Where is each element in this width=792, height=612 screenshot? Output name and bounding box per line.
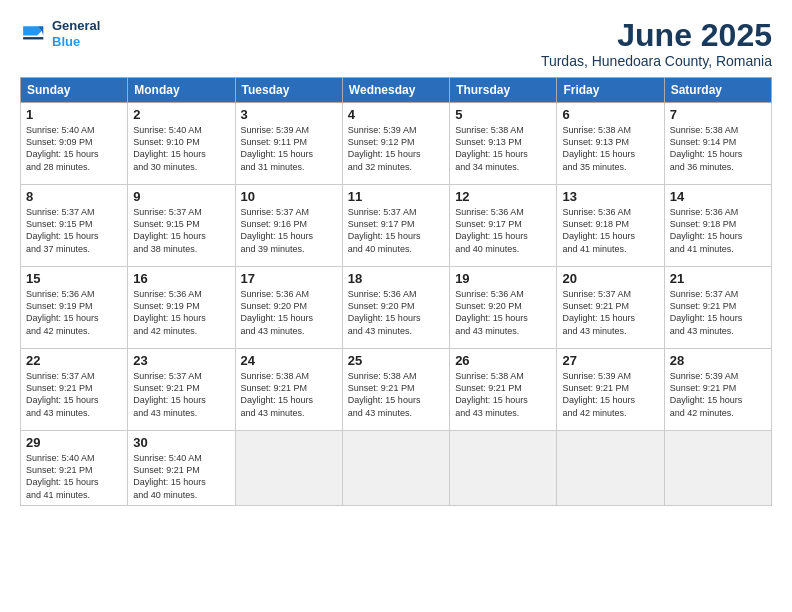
- day-number: 5: [455, 107, 551, 122]
- calendar-cell: 22Sunrise: 5:37 AMSunset: 9:21 PMDayligh…: [21, 349, 128, 431]
- calendar-cell: 6Sunrise: 5:38 AMSunset: 9:13 PMDaylight…: [557, 103, 664, 185]
- logo-text-general: General: [52, 18, 100, 34]
- day-number: 9: [133, 189, 229, 204]
- calendar-table: Sunday Monday Tuesday Wednesday Thursday…: [20, 77, 772, 506]
- day-info: Sunrise: 5:37 AMSunset: 9:21 PMDaylight:…: [26, 370, 122, 419]
- week-row-3: 15Sunrise: 5:36 AMSunset: 9:19 PMDayligh…: [21, 267, 772, 349]
- day-info: Sunrise: 5:36 AMSunset: 9:19 PMDaylight:…: [133, 288, 229, 337]
- calendar-cell: 29Sunrise: 5:40 AMSunset: 9:21 PMDayligh…: [21, 431, 128, 506]
- day-number: 25: [348, 353, 444, 368]
- col-sunday: Sunday: [21, 78, 128, 103]
- col-thursday: Thursday: [450, 78, 557, 103]
- header: General Blue June 2025 Turdas, Hunedoara…: [20, 18, 772, 69]
- day-info: Sunrise: 5:39 AMSunset: 9:11 PMDaylight:…: [241, 124, 337, 173]
- logo-text-blue: Blue: [52, 34, 100, 50]
- calendar-cell: 26Sunrise: 5:38 AMSunset: 9:21 PMDayligh…: [450, 349, 557, 431]
- calendar-cell: [450, 431, 557, 506]
- calendar-cell: 14Sunrise: 5:36 AMSunset: 9:18 PMDayligh…: [664, 185, 771, 267]
- day-info: Sunrise: 5:38 AMSunset: 9:21 PMDaylight:…: [241, 370, 337, 419]
- day-info: Sunrise: 5:38 AMSunset: 9:21 PMDaylight:…: [348, 370, 444, 419]
- calendar-title: June 2025: [541, 18, 772, 53]
- col-wednesday: Wednesday: [342, 78, 449, 103]
- day-number: 4: [348, 107, 444, 122]
- week-row-1: 1Sunrise: 5:40 AMSunset: 9:09 PMDaylight…: [21, 103, 772, 185]
- logo: General Blue: [20, 18, 100, 49]
- day-info: Sunrise: 5:36 AMSunset: 9:18 PMDaylight:…: [670, 206, 766, 255]
- week-row-2: 8Sunrise: 5:37 AMSunset: 9:15 PMDaylight…: [21, 185, 772, 267]
- calendar-cell: 13Sunrise: 5:36 AMSunset: 9:18 PMDayligh…: [557, 185, 664, 267]
- calendar-cell: 21Sunrise: 5:37 AMSunset: 9:21 PMDayligh…: [664, 267, 771, 349]
- col-tuesday: Tuesday: [235, 78, 342, 103]
- calendar-cell: 28Sunrise: 5:39 AMSunset: 9:21 PMDayligh…: [664, 349, 771, 431]
- calendar-subtitle: Turdas, Hunedoara County, Romania: [541, 53, 772, 69]
- day-number: 19: [455, 271, 551, 286]
- calendar-cell: [664, 431, 771, 506]
- day-info: Sunrise: 5:39 AMSunset: 9:21 PMDaylight:…: [670, 370, 766, 419]
- day-info: Sunrise: 5:37 AMSunset: 9:21 PMDaylight:…: [562, 288, 658, 337]
- svg-rect-1: [23, 37, 43, 39]
- calendar-cell: 7Sunrise: 5:38 AMSunset: 9:14 PMDaylight…: [664, 103, 771, 185]
- calendar-body: 1Sunrise: 5:40 AMSunset: 9:09 PMDaylight…: [21, 103, 772, 506]
- page-container: General Blue June 2025 Turdas, Hunedoara…: [0, 0, 792, 516]
- day-number: 13: [562, 189, 658, 204]
- calendar-cell: 4Sunrise: 5:39 AMSunset: 9:12 PMDaylight…: [342, 103, 449, 185]
- day-info: Sunrise: 5:40 AMSunset: 9:10 PMDaylight:…: [133, 124, 229, 173]
- calendar-cell: [235, 431, 342, 506]
- calendar-cell: 9Sunrise: 5:37 AMSunset: 9:15 PMDaylight…: [128, 185, 235, 267]
- calendar-cell: 18Sunrise: 5:36 AMSunset: 9:20 PMDayligh…: [342, 267, 449, 349]
- day-info: Sunrise: 5:40 AMSunset: 9:09 PMDaylight:…: [26, 124, 122, 173]
- logo-icon: [20, 20, 48, 48]
- day-info: Sunrise: 5:37 AMSunset: 9:17 PMDaylight:…: [348, 206, 444, 255]
- day-number: 2: [133, 107, 229, 122]
- calendar-cell: 8Sunrise: 5:37 AMSunset: 9:15 PMDaylight…: [21, 185, 128, 267]
- calendar-cell: 11Sunrise: 5:37 AMSunset: 9:17 PMDayligh…: [342, 185, 449, 267]
- col-saturday: Saturday: [664, 78, 771, 103]
- calendar-header-row: Sunday Monday Tuesday Wednesday Thursday…: [21, 78, 772, 103]
- day-info: Sunrise: 5:39 AMSunset: 9:21 PMDaylight:…: [562, 370, 658, 419]
- title-block: June 2025 Turdas, Hunedoara County, Roma…: [541, 18, 772, 69]
- calendar-cell: 23Sunrise: 5:37 AMSunset: 9:21 PMDayligh…: [128, 349, 235, 431]
- day-number: 22: [26, 353, 122, 368]
- day-number: 14: [670, 189, 766, 204]
- calendar-cell: 5Sunrise: 5:38 AMSunset: 9:13 PMDaylight…: [450, 103, 557, 185]
- day-info: Sunrise: 5:38 AMSunset: 9:13 PMDaylight:…: [455, 124, 551, 173]
- day-number: 6: [562, 107, 658, 122]
- calendar-cell: 15Sunrise: 5:36 AMSunset: 9:19 PMDayligh…: [21, 267, 128, 349]
- day-info: Sunrise: 5:38 AMSunset: 9:13 PMDaylight:…: [562, 124, 658, 173]
- calendar-cell: 24Sunrise: 5:38 AMSunset: 9:21 PMDayligh…: [235, 349, 342, 431]
- day-info: Sunrise: 5:40 AMSunset: 9:21 PMDaylight:…: [133, 452, 229, 501]
- calendar-header: Sunday Monday Tuesday Wednesday Thursday…: [21, 78, 772, 103]
- calendar-cell: 30Sunrise: 5:40 AMSunset: 9:21 PMDayligh…: [128, 431, 235, 506]
- calendar-cell: 3Sunrise: 5:39 AMSunset: 9:11 PMDaylight…: [235, 103, 342, 185]
- week-row-4: 22Sunrise: 5:37 AMSunset: 9:21 PMDayligh…: [21, 349, 772, 431]
- day-number: 24: [241, 353, 337, 368]
- day-number: 1: [26, 107, 122, 122]
- day-info: Sunrise: 5:37 AMSunset: 9:15 PMDaylight:…: [133, 206, 229, 255]
- day-number: 10: [241, 189, 337, 204]
- day-info: Sunrise: 5:37 AMSunset: 9:21 PMDaylight:…: [670, 288, 766, 337]
- day-info: Sunrise: 5:38 AMSunset: 9:21 PMDaylight:…: [455, 370, 551, 419]
- day-number: 15: [26, 271, 122, 286]
- col-friday: Friday: [557, 78, 664, 103]
- day-info: Sunrise: 5:36 AMSunset: 9:19 PMDaylight:…: [26, 288, 122, 337]
- calendar-cell: 25Sunrise: 5:38 AMSunset: 9:21 PMDayligh…: [342, 349, 449, 431]
- day-number: 30: [133, 435, 229, 450]
- day-number: 20: [562, 271, 658, 286]
- calendar-cell: 27Sunrise: 5:39 AMSunset: 9:21 PMDayligh…: [557, 349, 664, 431]
- day-number: 29: [26, 435, 122, 450]
- day-info: Sunrise: 5:36 AMSunset: 9:17 PMDaylight:…: [455, 206, 551, 255]
- day-number: 8: [26, 189, 122, 204]
- day-number: 28: [670, 353, 766, 368]
- day-number: 21: [670, 271, 766, 286]
- day-number: 26: [455, 353, 551, 368]
- day-info: Sunrise: 5:37 AMSunset: 9:16 PMDaylight:…: [241, 206, 337, 255]
- day-info: Sunrise: 5:38 AMSunset: 9:14 PMDaylight:…: [670, 124, 766, 173]
- calendar-cell: 20Sunrise: 5:37 AMSunset: 9:21 PMDayligh…: [557, 267, 664, 349]
- calendar-cell: 12Sunrise: 5:36 AMSunset: 9:17 PMDayligh…: [450, 185, 557, 267]
- calendar-cell: [557, 431, 664, 506]
- day-number: 12: [455, 189, 551, 204]
- calendar-cell: 17Sunrise: 5:36 AMSunset: 9:20 PMDayligh…: [235, 267, 342, 349]
- day-number: 18: [348, 271, 444, 286]
- day-info: Sunrise: 5:36 AMSunset: 9:20 PMDaylight:…: [241, 288, 337, 337]
- day-info: Sunrise: 5:40 AMSunset: 9:21 PMDaylight:…: [26, 452, 122, 501]
